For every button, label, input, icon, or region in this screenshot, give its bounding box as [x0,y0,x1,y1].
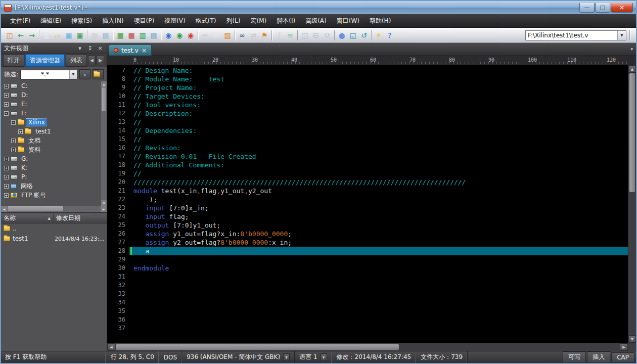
tree-toggle-icon[interactable]: + [4,84,9,88]
sidebar-tab-打开[interactable]: 打开 [3,54,24,67]
tree-horizontal-scrollbar[interactable]: ◀ ▶ [1,206,107,212]
tree-toggle-icon[interactable]: + [4,184,9,189]
editor-vertical-scrollbar[interactable]: ▲ ▼ [628,65,636,343]
sidebar-tab-列表[interactable]: 列表 [66,54,87,67]
paste-icon[interactable]: ▨ [222,30,233,41]
combo-dropdown-icon[interactable]: ▼ [617,31,626,40]
code-area[interactable]: 7// Design Name: 8// Module Name: test 9… [107,65,628,343]
scroll-right-icon[interactable]: ▶ [620,343,628,351]
browser-icon[interactable]: ◍ [336,30,347,41]
outline-icon[interactable]: ≡ [285,30,296,41]
open-folder-icon[interactable]: ▱ [52,30,63,41]
list-item[interactable]: test12014/8/4 16:23:... [1,234,107,244]
notes-icon[interactable]: ▤ [148,30,159,41]
scrollbar-thumb[interactable] [629,73,635,192]
filter-apply-button[interactable]: › [79,69,90,79]
forward-icon[interactable]: → [26,30,37,41]
menu-item[interactable]: 列(L) [221,15,245,27]
help-icon[interactable]: ? [384,30,395,41]
tab-list-dropdown-icon[interactable]: ▾ [630,47,633,52]
globe-blue-icon[interactable]: ◉ [163,30,174,41]
tree-item[interactable]: +G: [1,154,101,163]
menu-item[interactable]: 项目(P) [129,15,160,27]
tree-toggle-icon[interactable]: + [4,102,9,107]
menu-item[interactable]: 插入(N) [97,15,128,27]
pin-icon[interactable]: ↧ [86,45,94,52]
tip-icon[interactable]: ☀ [373,30,384,41]
tile-vertical-icon[interactable]: ⊟ [310,30,322,41]
file-list[interactable]: ..test12014/8/4 16:23:... [1,223,107,351]
filter-combo[interactable]: *.* ▼ [20,70,77,79]
minimize-button[interactable]: — [579,3,595,13]
menu-item[interactable]: 格式(T) [191,15,221,27]
tab-close-icon[interactable]: × [142,47,147,54]
scroll-down-icon[interactable]: ▼ [628,335,636,343]
function-list-icon[interactable]: ƒ [274,30,285,41]
dropdown-arrow-icon[interactable]: ▼ [321,353,327,361]
replace-icon[interactable]: ⇄ [248,30,259,41]
tree-toggle-icon[interactable]: - [11,120,16,125]
menu-item[interactable]: 窗口(W) [332,15,365,27]
columns-icon[interactable]: ▥ [137,30,148,41]
refresh-icon[interactable]: ↺ [358,30,370,41]
new-file-icon[interactable]: ▯ [41,30,52,41]
sidebar-tab-资源管理器[interactable]: 资源管理器 [25,54,65,67]
panel-menu-icon[interactable]: ▾ [76,45,83,52]
status-button-插入[interactable]: 插入 [587,351,610,363]
status-button-CAP[interactable]: CAP [611,352,634,362]
scroll-left-icon[interactable]: ◀ [107,343,115,351]
tree-toggle-icon[interactable]: - [4,111,9,116]
scrollbar-thumb[interactable] [102,87,106,111]
scroll-up-icon[interactable]: ▲ [101,81,107,87]
column-header-name[interactable]: 名称 ▲ [1,213,54,223]
print-preview-icon[interactable]: ▤ [100,30,111,41]
print-icon[interactable]: ▤ [89,30,100,41]
dropdown-arrow-icon[interactable]: ▼ [283,353,290,361]
tree-item[interactable]: -Xilinx [1,118,101,127]
editor-horizontal-scrollbar[interactable]: ◀ ▶ [107,343,636,351]
back-icon[interactable]: ← [15,30,26,41]
globe-red-icon[interactable]: ◉ [185,30,196,41]
find-icon[interactable]: ∞ [237,30,248,41]
tree-toggle-icon[interactable]: + [4,175,9,179]
menu-item[interactable]: 脚本(I) [271,15,300,27]
menu-item[interactable]: 文件(F) [5,15,35,27]
panel-close-icon[interactable]: × [97,45,104,52]
tabs-scroll-right-icon[interactable]: ▶ [97,56,104,65]
tree-toggle-icon[interactable]: + [4,166,9,170]
tree-toggle-icon[interactable]: + [11,148,16,152]
tree-item[interactable]: -F: [1,109,101,118]
menu-item[interactable]: 帮助(H) [365,15,396,27]
tree-toggle-icon[interactable]: + [18,129,23,134]
menu-item[interactable]: 宏(M) [246,15,272,27]
tabs-scroll-left-icon[interactable]: ◀ [88,56,96,65]
editor-tab-testv[interactable]: test.v × [109,44,152,56]
tree-item[interactable]: +网络 [1,181,101,191]
file-path-combo[interactable]: F:\Xilinx\test1\test.v ▼ [525,30,626,40]
save-icon[interactable]: ▣ [63,30,74,41]
tree-item[interactable]: +test1 [1,127,101,136]
tree-toggle-icon[interactable]: + [4,93,9,98]
tree-item[interactable]: +P: [1,172,101,181]
globe-green-icon[interactable]: ◉ [174,30,185,41]
menu-item[interactable]: 视图(V) [159,15,191,27]
tree-item[interactable]: +资料 [1,145,101,154]
tree-item[interactable]: +K: [1,163,101,172]
scrollbar-thumb[interactable] [116,344,399,350]
menu-item[interactable]: 编辑(E) [35,15,66,27]
tile-horizontal-icon[interactable]: ◫ [299,30,310,41]
filter-dropdown-icon[interactable]: ▼ [69,70,77,79]
maximize-button[interactable]: □ [595,3,610,13]
tree-toggle-icon[interactable]: + [4,157,9,161]
menu-item[interactable]: 搜索(S) [66,15,97,27]
capture-icon[interactable]: ◱ [347,30,358,41]
scroll-left-icon[interactable]: ◀ [1,206,7,212]
scroll-up-icon[interactable]: ▲ [628,65,636,73]
scrollbar-thumb[interactable] [8,206,63,211]
tree-toggle-icon[interactable]: + [4,193,9,198]
file-tree[interactable]: +C:+D:+E:-F:-Xilinx+test1+文档+资料+G:+K:+P:… [1,81,101,206]
scroll-down-icon[interactable]: ▼ [101,200,107,206]
tree-item[interactable]: +文档 [1,136,101,145]
browse-folder-button[interactable] [93,69,104,79]
status-button-可写[interactable]: 可写 [563,351,586,363]
